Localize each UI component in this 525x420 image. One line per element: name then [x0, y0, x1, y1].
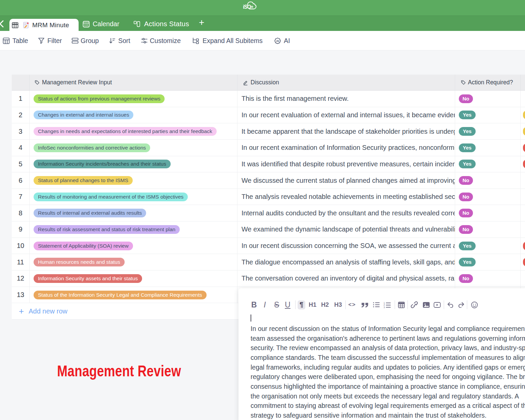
svg-text:3: 3 — [384, 306, 385, 308]
svg-text:AI: AI — [276, 39, 279, 43]
